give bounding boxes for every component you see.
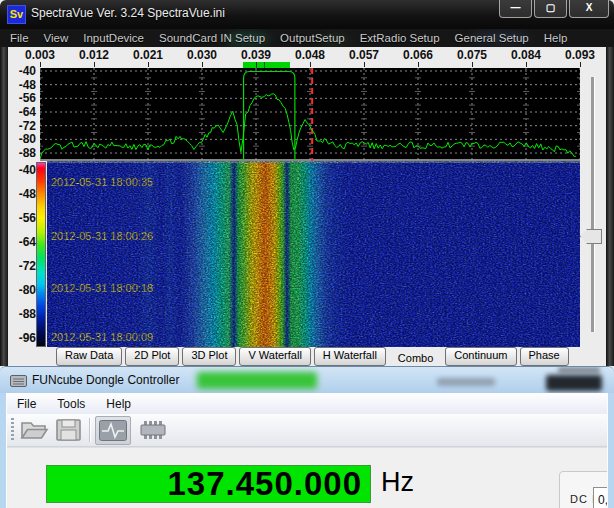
waterfall-db-label: -48 bbox=[8, 187, 36, 201]
glass-artifact-green-button bbox=[197, 372, 317, 389]
chip-icon[interactable] bbox=[138, 419, 168, 443]
save-file-icon[interactable] bbox=[54, 417, 84, 443]
maximize-button[interactable]: ▢ bbox=[534, 0, 567, 18]
spectrum-db-label: -48 bbox=[8, 78, 36, 92]
waterfall-db-label: -88 bbox=[8, 307, 36, 321]
tab-3d-plot[interactable]: 3D Plot bbox=[182, 347, 236, 366]
freq-axis-tick bbox=[418, 62, 419, 67]
freq-tick-label: 0.084 bbox=[506, 48, 546, 62]
freq-tick-label: 0.057 bbox=[344, 48, 384, 62]
toolbar-separator bbox=[89, 418, 91, 442]
menu-tools[interactable]: Tools bbox=[57, 397, 85, 411]
waterfall-db-label: -40 bbox=[8, 163, 36, 177]
open-file-icon[interactable] bbox=[19, 417, 49, 443]
funcube-window-title: FUNcube Dongle Controller bbox=[32, 373, 179, 387]
freq-axis-tick bbox=[526, 62, 527, 67]
funcube-client-area: File Tools Help bbox=[6, 393, 608, 508]
glass-artifact-smudge bbox=[558, 367, 600, 373]
frequency-unit-label: Hz bbox=[381, 467, 414, 498]
spectrum-db-label: -72 bbox=[8, 119, 36, 133]
minimize-button[interactable]: — bbox=[499, 0, 532, 18]
menu-general-setup[interactable]: General Setup bbox=[455, 32, 529, 44]
freq-tick-label: 0.066 bbox=[398, 48, 438, 62]
spectrum-db-label: -56 bbox=[8, 91, 36, 105]
spectrum-db-label: -40 bbox=[8, 64, 36, 78]
menu-extradio-setup[interactable]: ExtRadio Setup bbox=[360, 32, 440, 44]
frequency-display[interactable]: 137.450.000 bbox=[46, 465, 371, 503]
dc-i-input[interactable]: 0, bbox=[593, 487, 608, 508]
freq-axis-tick bbox=[472, 62, 473, 67]
spectravue-menubar: File View InputDevice SoundCard IN Setup… bbox=[0, 29, 614, 47]
freq-axis-tick bbox=[364, 62, 365, 67]
freq-axis-tick bbox=[580, 62, 581, 67]
spectrum-db-label: -80 bbox=[8, 132, 36, 146]
spectrum-db-label: -88 bbox=[8, 146, 36, 160]
spectrum-2d-plot[interactable] bbox=[40, 68, 580, 161]
freq-tick-label: 0.030 bbox=[182, 48, 222, 62]
freq-axis-tick bbox=[202, 62, 203, 67]
menu-soundcard-in-setup[interactable]: SoundCard IN Setup bbox=[159, 32, 265, 44]
funcube-toolbar bbox=[7, 414, 607, 447]
waterfall-db-label: -56 bbox=[8, 211, 36, 225]
freq-axis-tick bbox=[256, 62, 257, 67]
freq-tick-label: 0.039 bbox=[236, 48, 276, 62]
freq-axis-tick bbox=[94, 62, 95, 67]
freq-tick-label: 0.003 bbox=[20, 48, 60, 62]
scope-button[interactable] bbox=[95, 416, 131, 445]
freq-tick-label: 0.093 bbox=[560, 48, 600, 62]
funcube-app-icon bbox=[10, 373, 27, 387]
menu-file[interactable]: File bbox=[17, 397, 36, 411]
glass-artifact-text bbox=[437, 378, 495, 386]
spectravue-app-icon: Sv bbox=[7, 5, 26, 24]
menu-view[interactable]: View bbox=[44, 32, 69, 44]
spectrum-db-label: -64 bbox=[8, 105, 36, 119]
spectravue-client-area: 0.003 0.012 0.021 0.030 0.039 0.048 0.05… bbox=[8, 47, 606, 366]
freq-axis-tick bbox=[40, 62, 41, 67]
spectravue-window-title: SpectraVue Ver. 3.24 SpectraVue.ini bbox=[31, 6, 225, 20]
menu-help[interactable]: Help bbox=[544, 32, 568, 44]
gain-slider-track[interactable] bbox=[591, 77, 595, 332]
view-tabs: Raw Data 2D Plot 3D Plot V Waterfall H W… bbox=[56, 347, 569, 366]
funcube-window: FUNcube Dongle Controller File Tools Hel… bbox=[0, 366, 614, 508]
funcube-titlebar[interactable]: FUNcube Dongle Controller bbox=[0, 367, 614, 393]
tab-raw-data[interactable]: Raw Data bbox=[56, 347, 122, 366]
gain-slider-thumb[interactable] bbox=[580, 229, 602, 244]
menu-help[interactable]: Help bbox=[106, 397, 131, 411]
waterfall-color-scale bbox=[36, 162, 46, 347]
tab-2d-plot[interactable]: 2D Plot bbox=[125, 347, 179, 366]
waterfall-db-label: -96 bbox=[8, 331, 36, 345]
freq-axis-tick bbox=[148, 62, 149, 67]
scope-icon bbox=[99, 420, 127, 441]
glass-artifact-dark bbox=[546, 375, 602, 391]
waterfall-db-label: -80 bbox=[8, 283, 36, 297]
freq-tick-label: 0.075 bbox=[452, 48, 492, 62]
freq-tick-label: 0.012 bbox=[74, 48, 114, 62]
desktop: Sv SpectraVue Ver. 3.24 SpectraVue.ini —… bbox=[0, 0, 614, 508]
window-border-right bbox=[606, 47, 614, 366]
freq-tick-label: 0.021 bbox=[128, 48, 168, 62]
dc-correction-group: DC I 0, bbox=[559, 471, 608, 508]
toolbar-grip[interactable] bbox=[11, 418, 14, 442]
close-button[interactable]: X bbox=[569, 0, 609, 18]
tab-h-waterfall[interactable]: H Waterfall bbox=[314, 347, 386, 366]
menu-file[interactable]: File bbox=[10, 32, 29, 44]
waterfall-display[interactable]: 2012-05-31 18:00:35 2012-05-31 18:00:26 … bbox=[47, 161, 580, 347]
tab-v-waterfall[interactable]: V Waterfall bbox=[239, 347, 310, 366]
tab-phase[interactable]: Phase bbox=[520, 347, 569, 366]
tab-continuum[interactable]: Continuum bbox=[445, 347, 516, 366]
menu-outputsetup[interactable]: OutputSetup bbox=[280, 32, 345, 44]
window-border-left bbox=[0, 47, 8, 366]
funcube-menubar: File Tools Help bbox=[7, 394, 607, 414]
spectravue-titlebar[interactable]: Sv SpectraVue Ver. 3.24 SpectraVue.ini —… bbox=[0, 0, 614, 29]
waterfall-db-label: -72 bbox=[8, 259, 36, 273]
waterfall-db-label: -64 bbox=[8, 235, 36, 249]
freq-tick-label: 0.048 bbox=[290, 48, 330, 62]
menu-inputdevice[interactable]: InputDevice bbox=[83, 32, 144, 44]
freq-axis-tick bbox=[310, 62, 311, 67]
funcube-main-panel: 137.450.000 Hz DC I 0, bbox=[7, 447, 607, 508]
